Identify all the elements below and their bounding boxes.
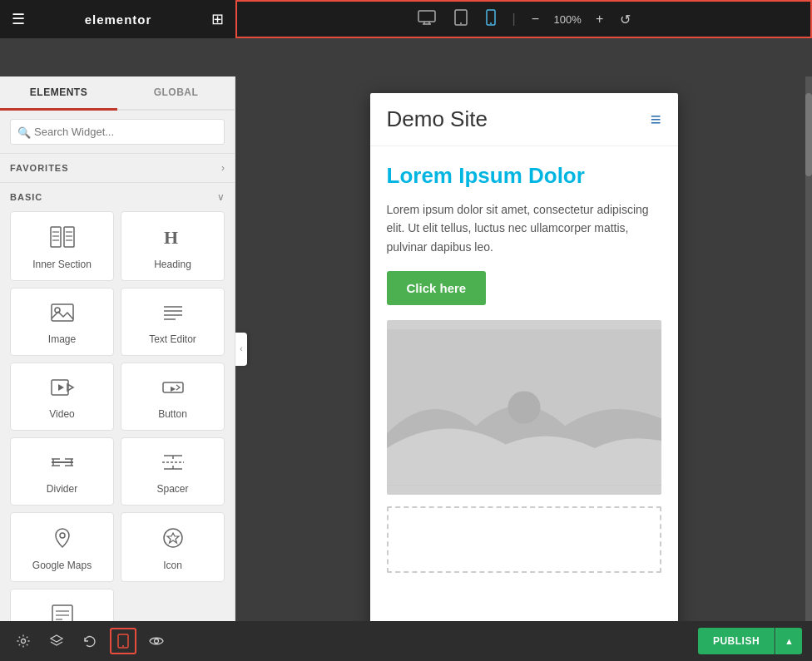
logo-text: elementor	[35, 12, 201, 27]
svg-text:▶: ▶	[171, 385, 176, 392]
app-header: ☰ elementor ⊞ |	[0, 0, 812, 38]
widget-inner-section[interactable]: Inner Section	[10, 211, 114, 281]
scrollbar-thumb[interactable]	[805, 93, 812, 176]
svg-marker-25	[58, 384, 64, 391]
svg-text:H: H	[164, 227, 178, 248]
icon-widget-icon	[161, 526, 186, 553]
button-label: Button	[158, 408, 187, 420]
icon-label: Icon	[163, 560, 182, 571]
canvas-area: ‹ Demo Site ≡ Lorem Ipsum Dolor Lorem ip…	[235, 76, 812, 621]
widget-google-maps[interactable]: Google Maps	[10, 512, 114, 582]
widget-button[interactable]: ▶ Button	[121, 363, 225, 431]
desktop-device-button[interactable]	[413, 7, 441, 32]
svg-point-52	[155, 639, 159, 644]
favorites-title: FAVORITES	[10, 163, 69, 173]
divider-widget-icon	[50, 451, 75, 476]
mobile-device-button[interactable]	[481, 6, 501, 32]
header-left: ☰ elementor ⊞	[0, 10, 235, 28]
basic-section: BASIC ∨	[0, 183, 235, 621]
responsive-button[interactable]	[110, 628, 136, 654]
svg-point-40	[60, 533, 65, 538]
image-label: Image	[48, 333, 76, 345]
demo-content: Lorem Ipsum Dolor Lorem ipsum dolor sit …	[370, 146, 678, 593]
widget-grid: Inner Section H Heading	[10, 211, 225, 621]
widget-image[interactable]: Image	[10, 288, 114, 356]
preview-button[interactable]	[143, 628, 170, 654]
svg-point-5	[460, 22, 462, 24]
tab-global[interactable]: GLOBAL	[117, 76, 235, 109]
svg-rect-42	[52, 605, 72, 621]
grid-icon[interactable]: ⊞	[211, 10, 224, 28]
history-button[interactable]	[77, 628, 103, 654]
google-maps-label: Google Maps	[32, 560, 92, 571]
bottom-toolbar: PUBLISH ▲	[0, 621, 812, 661]
demo-site-title: Demo Site	[387, 106, 488, 132]
inner-section-label: Inner Section	[32, 259, 92, 270]
button-icon: ▶	[161, 377, 186, 402]
tab-elements[interactable]: ELEMENTS	[0, 76, 117, 111]
widget-text-editor[interactable]: Text Editor	[121, 288, 225, 356]
hamburger-icon[interactable]: ☰	[12, 10, 25, 28]
settings-button[interactable]	[10, 628, 37, 654]
spacer-icon	[161, 451, 186, 476]
svg-rect-9	[64, 227, 74, 247]
widget-video[interactable]: Video	[10, 363, 114, 431]
reset-view-button[interactable]: ↺	[616, 10, 635, 29]
divider-bar: |	[512, 12, 516, 27]
tablet-device-button[interactable]	[449, 6, 473, 32]
text-editor-icon	[161, 302, 186, 327]
image-placeholder	[387, 320, 661, 495]
widget-divider[interactable]: Divider	[10, 437, 114, 506]
heading-label: Heading	[154, 259, 191, 270]
heading-icon: H	[161, 225, 186, 252]
widget-wpforms[interactable]: WPForms	[10, 589, 114, 621]
collapse-sidebar-button[interactable]: ‹	[235, 333, 247, 366]
zoom-out-button[interactable]: −	[527, 10, 543, 28]
video-icon	[50, 377, 75, 402]
main-layout: ELEMENTS GLOBAL 🔍 FAVORITES › BASIC ∨	[0, 76, 812, 621]
dashed-drop-zone	[387, 506, 661, 573]
publish-dropdown-button[interactable]: ▲	[775, 628, 802, 654]
svg-rect-0	[418, 11, 435, 22]
demo-menu-icon[interactable]: ≡	[651, 109, 661, 131]
scrollbar-track[interactable]	[805, 76, 812, 621]
image-icon	[50, 302, 75, 327]
sidebar-tabs: ELEMENTS GLOBAL	[0, 76, 235, 111]
svg-point-47	[508, 392, 540, 424]
device-bar: | − 100% + ↺	[235, 0, 812, 38]
publish-button[interactable]: PUBLISH	[698, 628, 775, 654]
favorites-header[interactable]: FAVORITES ›	[10, 162, 225, 174]
basic-header[interactable]: BASIC ∨	[10, 191, 225, 203]
sidebar: ELEMENTS GLOBAL 🔍 FAVORITES › BASIC ∨	[0, 76, 235, 621]
svg-rect-8	[51, 227, 61, 247]
zoom-in-button[interactable]: +	[592, 10, 607, 28]
zoom-value: 100%	[552, 13, 583, 26]
search-icon: 🔍	[17, 126, 31, 138]
widget-icon[interactable]: Icon	[121, 512, 225, 582]
demo-body-text: Lorem ipsum dolor sit amet, consectetur …	[387, 200, 661, 256]
layers-button[interactable]	[43, 628, 70, 654]
demo-heading: Lorem Ipsum Dolor	[387, 163, 661, 189]
divider-label: Divider	[47, 483, 77, 495]
publish-group: PUBLISH ▲	[698, 628, 802, 654]
svg-point-41	[164, 529, 182, 547]
collapse-arrow-icon: ‹	[240, 344, 242, 353]
inner-section-icon	[49, 225, 76, 252]
spacer-label: Spacer	[156, 483, 188, 495]
search-bar: 🔍	[0, 111, 235, 154]
basic-chevron-icon: ∨	[217, 191, 225, 203]
svg-point-51	[122, 645, 124, 647]
svg-rect-17	[52, 304, 73, 321]
cta-button[interactable]: Click here	[387, 271, 487, 305]
favorites-chevron-icon: ›	[221, 162, 225, 174]
widget-spacer[interactable]: Spacer	[121, 437, 225, 506]
video-label: Video	[49, 408, 74, 420]
wpforms-icon	[50, 603, 75, 621]
widget-heading[interactable]: H Heading	[121, 211, 225, 281]
svg-point-48	[22, 639, 26, 644]
search-input[interactable]	[10, 119, 225, 145]
basic-title: BASIC	[10, 192, 42, 202]
demo-site-header: Demo Site ≡	[370, 93, 678, 146]
google-maps-icon	[50, 526, 75, 553]
svg-point-7	[490, 22, 492, 24]
